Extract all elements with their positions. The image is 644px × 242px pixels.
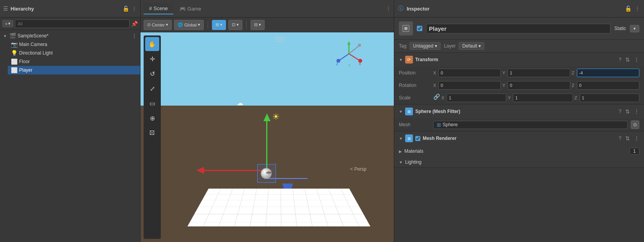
hierarchy-toolbar: + ▾ 📌 <box>0 18 140 30</box>
mesh-filter-collapse-icon: ▼ <box>399 110 403 114</box>
lighting-collapse-icon: ▼ <box>399 160 403 164</box>
scene-background: ✋ ✛ ↺ ⤢ ▭ ⊕ ⛝ <box>141 32 394 242</box>
scale-x-input[interactable] <box>447 94 506 102</box>
tag-dropdown[interactable]: Untagged ▾ <box>409 42 441 50</box>
center-pivot-icon: ⊙ <box>147 22 151 27</box>
object-name-input[interactable] <box>426 24 610 34</box>
mesh-renderer-component: ▼ ⊞ Mesh Renderer ? ⇅ ⋮ ▶ Materials 1 ▼ <box>394 131 644 168</box>
svg-text:Y: Y <box>348 64 350 67</box>
position-y-input[interactable] <box>507 69 570 77</box>
rotation-y-input[interactable] <box>507 81 570 90</box>
pivot-arrow-icon: ▾ <box>237 22 239 27</box>
scale-lock-icon[interactable]: 🔗 <box>433 94 440 102</box>
transform-title: Transform <box>415 57 616 62</box>
pin-icon[interactable]: 📌 <box>131 21 138 27</box>
mesh-filter-settings-icon[interactable]: ⋮ <box>634 108 639 115</box>
add-button[interactable]: + ▾ <box>2 20 13 27</box>
inspector-more-icon[interactable]: ⋮ <box>635 5 640 12</box>
mesh-renderer-title: Mesh Renderer <box>423 136 616 141</box>
object-type-icon <box>399 21 413 35</box>
rotation-z-input[interactable] <box>577 81 639 90</box>
rotate-tool-btn[interactable]: ↺ <box>145 67 159 81</box>
center-dropdown-btn[interactable]: ⊙ Center ▾ <box>144 20 172 30</box>
mesh-filter-icon: ⊞ <box>405 108 413 115</box>
position-x-input[interactable] <box>438 69 501 77</box>
svg-marker-1 <box>347 41 350 45</box>
scale-z-label: Z <box>575 95 579 100</box>
mesh-field-row: Mesh ⊞ Sphere ⊙ <box>394 118 644 131</box>
mesh-filter-help-icon[interactable]: ? <box>619 109 621 114</box>
hand-tool-btn[interactable]: ✋ <box>145 37 159 51</box>
rect-tool-btn[interactable]: ▭ <box>145 96 159 110</box>
layer-dropdown[interactable]: Default ▾ <box>459 42 484 50</box>
pos-y-label: Y <box>502 71 507 75</box>
rotation-xyz: X Y Z <box>433 81 639 90</box>
rotation-row: Rotation X Y Z <box>394 79 644 92</box>
transform-collapse-icon: ▼ <box>399 58 403 62</box>
transform-header[interactable]: ▼ ⟳ Transform ? ⇅ ⋮ <box>394 53 644 67</box>
rotation-x-input[interactable] <box>438 81 501 90</box>
grid-snap-btn[interactable]: ⊞ ▾ <box>212 20 226 30</box>
rotation-x-field: X <box>433 81 501 90</box>
object-enabled-checkbox[interactable] <box>417 26 422 31</box>
mesh-renderer-enabled[interactable] <box>415 136 420 141</box>
custom-tool-btn[interactable]: ⛝ <box>145 126 159 140</box>
hierarchy-search[interactable] <box>15 19 130 28</box>
svg-text:X: X <box>359 62 361 66</box>
scene-tabs: # Scene 🎮 Game ⋮ <box>141 0 394 18</box>
inspector-lock-icon[interactable]: 🔓 <box>625 5 632 12</box>
scene-gizmo[interactable]: Y X Z <box>335 40 363 67</box>
transform-tool-btn[interactable]: ⊕ <box>145 111 159 125</box>
inspector-content: Static ▾ Tag Untagged ▾ Layer Default ▾ <box>394 18 644 242</box>
rot-y-label: Y <box>502 83 507 88</box>
scene-more-icon[interactable]: ⋮ <box>132 33 137 39</box>
item-label-active: Player <box>19 67 32 73</box>
mesh-renderer-header[interactable]: ▼ ⊞ Mesh Renderer ? ⇅ ⋮ <box>394 131 644 145</box>
overlay-btn[interactable]: ⊟ ▾ <box>251 20 265 30</box>
tabs-more-icon[interactable]: ⋮ <box>386 6 391 11</box>
scale-y-input[interactable] <box>513 94 573 102</box>
scene-viewport[interactable]: ✋ ✛ ↺ ⤢ ▭ ⊕ ⛝ <box>141 32 394 242</box>
inspector-panel: ⓘ Inspector 🔓 ⋮ Static ▾ <box>394 0 644 242</box>
transform-help-icon[interactable]: ? <box>619 57 621 62</box>
mesh-filter-adjust-icon[interactable]: ⇅ <box>625 108 630 115</box>
tab-game[interactable]: 🎮 Game <box>174 4 206 14</box>
pivot-btn[interactable]: ⊡ ▾ <box>228 20 242 30</box>
materials-count: 1 <box>630 148 639 155</box>
y-axis-arrow <box>263 113 270 172</box>
hierarchy-lock-icon[interactable]: 🔓 <box>123 5 129 12</box>
move-tool-btn[interactable]: ✛ <box>145 52 159 66</box>
materials-row[interactable]: ▶ Materials 1 <box>394 145 644 157</box>
list-item[interactable]: 💡 Directional Light <box>8 49 140 57</box>
inspector-header: ⓘ Inspector 🔓 ⋮ <box>394 0 644 18</box>
list-item-active[interactable]: ⬜ Player <box>8 66 140 74</box>
mesh-renderer-adjust-icon[interactable]: ⇅ <box>625 135 630 141</box>
hierarchy-more-icon[interactable]: ⋮ <box>132 5 137 12</box>
scale-label: Scale <box>399 95 430 101</box>
rotation-y-field: Y <box>502 81 570 90</box>
mesh-filter-title: Sphere (Mesh Filter) <box>415 109 616 114</box>
mesh-filter-header[interactable]: ▼ ⊞ Sphere (Mesh Filter) ? ⇅ ⋮ <box>394 104 644 118</box>
position-z-input[interactable] <box>577 69 639 77</box>
inspector-info-icon: ⓘ <box>398 5 404 12</box>
lighting-row[interactable]: ▼ Lighting <box>394 157 644 167</box>
mesh-renderer-help-icon[interactable]: ? <box>619 136 621 141</box>
scene-root[interactable]: ▼ 🎬 SampleScene* ⋮ <box>0 32 140 40</box>
global-dropdown-btn[interactable]: 🌐 Global ▾ <box>174 20 204 30</box>
list-item[interactable]: ⬜ Floor <box>8 57 140 66</box>
scale-z-input[interactable] <box>580 94 639 102</box>
transform-adjust-icon[interactable]: ⇅ <box>625 57 630 63</box>
tab-scene[interactable]: # Scene <box>144 3 173 14</box>
position-z-field: Z <box>572 69 639 77</box>
mesh-renderer-settings-icon[interactable]: ⋮ <box>634 135 639 141</box>
position-row: Position X Y Z <box>394 67 644 79</box>
position-y-field: Y <box>502 69 570 77</box>
mesh-select-btn[interactable]: ⊙ <box>631 120 639 129</box>
list-item[interactable]: 📷 Main Camera <box>8 40 140 49</box>
scale-tool-btn[interactable]: ⤢ <box>145 81 159 95</box>
transform-settings-icon[interactable]: ⋮ <box>634 57 639 63</box>
scene-name: SampleScene* <box>18 33 48 39</box>
hierarchy-menu-icon[interactable]: ☰ <box>3 5 8 12</box>
static-dropdown-btn[interactable]: ▾ <box>630 25 639 32</box>
mesh-grid-icon: ⊞ <box>437 122 441 128</box>
